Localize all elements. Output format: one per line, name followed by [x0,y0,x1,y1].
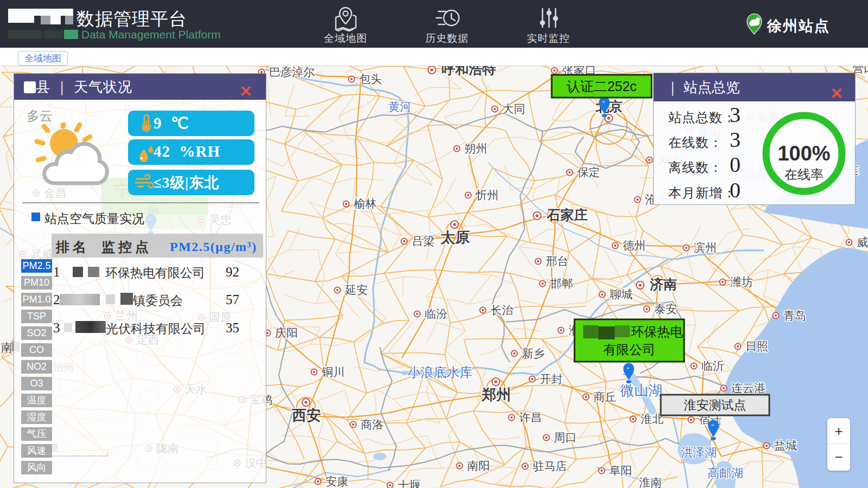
svg-text:忻州: 忻州 [475,189,499,201]
svg-text:临沂: 临沂 [701,359,724,372]
svg-text:朔州: 朔州 [464,142,487,155]
svg-text:开封: 开封 [540,373,563,385]
svg-text:郑州: 郑州 [481,387,511,403]
svg-text:西安: 西安 [291,407,321,423]
svg-text:大同: 大同 [502,102,525,115]
svg-text:石家庄: 石家庄 [546,207,588,222]
svg-text:青岛: 青岛 [783,309,806,322]
svg-text:商丘: 商丘 [593,390,616,403]
svg-text:德州: 德州 [623,239,646,252]
svg-text:安康: 安康 [326,475,348,487]
svg-text:盐城: 盐城 [774,439,797,452]
svg-text:长治: 长治 [490,304,513,316]
svg-text:聊城: 聊城 [610,288,633,300]
svg-text:巴彦淖尔: 巴彦淖尔 [269,66,315,78]
svg-text:潍坊: 潍坊 [730,275,753,288]
svg-text:滨州: 滨州 [694,241,717,254]
svg-text:驻马店: 驻马店 [533,460,567,472]
svg-text:呼和浩特: 呼和浩特 [442,66,496,76]
svg-text:许昌: 许昌 [519,411,542,423]
svg-text:威海: 威海 [857,236,868,248]
svg-text:延安: 延安 [344,284,368,296]
svg-text:新乡: 新乡 [522,347,545,359]
svg-text:淮南: 淮南 [639,476,662,488]
svg-text:商洛: 商洛 [361,418,384,431]
svg-text:榆林: 榆林 [354,197,376,210]
svg-text:太原: 太原 [440,229,470,246]
svg-text:包头: 包头 [359,73,382,85]
svg-text:环保热电: 环保热电 [631,324,683,339]
svg-text:吕梁: 吕梁 [412,235,435,247]
svg-text:南: 南 [1,341,12,354]
svg-text:庆阳: 庆阳 [275,326,298,339]
svg-text:南阳: 南阳 [467,459,490,472]
svg-text:铜川: 铜川 [321,365,344,378]
svg-text:高邮湖: 高邮湖 [707,466,743,480]
svg-text:邢台: 邢台 [546,255,569,267]
svg-text:连云港: 连云港 [731,382,765,394]
svg-text:阜阳: 阜阳 [609,464,632,477]
svg-text:临汾: 临汾 [425,307,448,320]
svg-text:保定: 保定 [577,166,600,178]
svg-text:认证二252c: 认证二252c [566,79,636,94]
svg-text:日照: 日照 [745,340,768,352]
svg-text:泰安: 泰安 [654,303,677,315]
svg-text:济南: 济南 [649,277,677,292]
svg-text:有限公司: 有限公司 [603,342,655,357]
svg-text:淮安测试点: 淮安测试点 [684,398,746,412]
svg-text:邯郸: 邯郸 [550,277,573,290]
svg-text:洪泽湖: 洪泽湖 [681,446,717,459]
svg-text:黄河: 黄河 [388,100,411,113]
svg-text:小浪底水库: 小浪底水库 [407,365,473,380]
svg-text:十堰: 十堰 [398,479,420,488]
svg-text:微山湖: 微山湖 [620,382,662,399]
svg-text:周口: 周口 [554,431,577,444]
